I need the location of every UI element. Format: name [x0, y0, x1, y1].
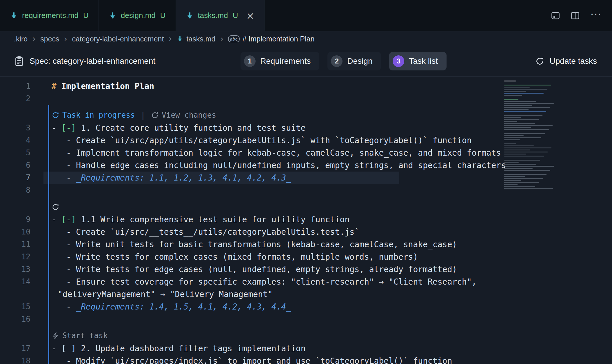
- spec-title: Spec: category-label-enhancement: [30, 57, 155, 66]
- minimap-line: [504, 148, 551, 148]
- minimap-line: [504, 101, 536, 102]
- symbol-string-icon: abc: [228, 35, 239, 42]
- code-line[interactable]: 10 - Create `ui/src/__tests__/utils/cate…: [0, 226, 612, 238]
- code-text: [43, 184, 52, 196]
- breadcrumb-item-symbol[interactable]: abc # Implementation Plan: [228, 35, 314, 43]
- minimap-line: [504, 95, 522, 96]
- code-line[interactable]: 12 - Write tests for complex cases (mixe…: [0, 251, 612, 263]
- line-number: 3: [0, 122, 43, 134]
- codelens-action[interactable]: [52, 203, 59, 211]
- minimap-line: [504, 127, 531, 128]
- code-text: [43, 313, 52, 325]
- tab-design-md[interactable]: design.md U: [99, 0, 176, 31]
- minimap-line: [504, 117, 521, 118]
- code-line[interactable]: 13 - Write tests for edge cases (null, u…: [0, 263, 612, 276]
- minimap-line: [504, 188, 553, 189]
- codelens-action[interactable]: View changes: [151, 111, 216, 119]
- minimap-line: [504, 145, 534, 146]
- codelens-row[interactable]: [0, 196, 612, 213]
- code-text: - Create `ui/src/app/utils/categoryLabel…: [43, 134, 472, 147]
- code-line[interactable]: 11 - Write unit tests for basic transfor…: [0, 238, 612, 251]
- minimap-line: [504, 162, 519, 163]
- sync-icon: [52, 203, 59, 211]
- refresh-icon: [535, 57, 544, 66]
- git-status-badge: U: [83, 11, 89, 20]
- line-number: 13: [0, 263, 43, 276]
- step-number-badge: 3: [393, 55, 404, 67]
- minimap-line: [504, 87, 530, 88]
- code-line[interactable]: 17- [ ] 2. Update dashboard filter tags …: [0, 342, 612, 355]
- codelens-label: Start task: [62, 331, 108, 340]
- editor[interactable]: 1# Implementation Plan2Task in progress|…: [0, 77, 612, 364]
- update-tasks-label: Update tasks: [550, 57, 597, 66]
- line-number: 6: [0, 159, 43, 172]
- code-text: "deliveryManagement" → "Delivery Managem…: [43, 288, 273, 301]
- codelens-action[interactable]: Start task: [52, 331, 108, 340]
- code-text: - [-] 1.1 Write comprehensive test suite…: [43, 213, 349, 226]
- minimap-line: [504, 135, 524, 136]
- markdown-file-icon: [10, 12, 18, 20]
- code-text: - Write unit tests for basic transformat…: [43, 238, 457, 251]
- minimap-line: [504, 186, 535, 187]
- code-line[interactable]: 16: [0, 313, 612, 325]
- breadcrumb-item-category-label-enhancement[interactable]: category-label-enhancement: [72, 35, 164, 43]
- minimap[interactable]: [504, 81, 560, 190]
- codelens-label: Task in progress: [62, 111, 135, 119]
- split-editor-icon[interactable]: [571, 11, 580, 20]
- minimap-line: [504, 91, 526, 92]
- minimap-line: [504, 103, 554, 104]
- code-line[interactable]: "deliveryManagement" → "Delivery Managem…: [0, 288, 612, 301]
- code-text: - Write tests for complex cases (mixed f…: [43, 251, 418, 263]
- code-line[interactable]: 15 - _Requirements: 1.4, 1.5, 4.1, 4.2, …: [0, 301, 612, 313]
- breadcrumb-item-specs[interactable]: specs: [40, 35, 59, 43]
- minimap-line: [504, 93, 544, 94]
- code-text: - Handle edge cases including null/undef…: [43, 159, 506, 172]
- code-line[interactable]: 9- [-] 1.1 Write comprehensive test suit…: [0, 213, 612, 226]
- breadcrumb-item-tasks-md[interactable]: tasks.md: [176, 35, 215, 43]
- minimap-line: [504, 154, 526, 154]
- spec-steps: 1 Requirements 2 Design 3 Task list: [241, 52, 447, 70]
- codelens-content: Start task: [43, 331, 108, 342]
- minimap-line: [504, 152, 548, 152]
- spec-title-group: Spec: category-label-enhancement: [14, 56, 155, 66]
- step-number-badge: 2: [331, 55, 343, 67]
- spec-bar: Spec: category-label-enhancement 1 Requi…: [0, 46, 612, 77]
- minimap-line: [504, 143, 516, 144]
- codelens-row[interactable]: Start task: [0, 325, 612, 342]
- breadcrumb: .kiro › specs › category-label-enhanceme…: [0, 31, 612, 46]
- step-task-list-button[interactable]: 3 Task list: [389, 52, 447, 70]
- breadcrumb-item-kiro[interactable]: .kiro: [14, 35, 28, 43]
- markdown-file-icon: [176, 35, 183, 42]
- update-tasks-button[interactable]: Update tasks: [535, 57, 597, 66]
- minimap-line: [504, 166, 554, 167]
- sync-icon: [151, 111, 159, 119]
- code-text: - Implement transformation logic for keb…: [43, 147, 501, 159]
- close-tab-icon[interactable]: ×: [246, 11, 254, 21]
- line-number: [0, 288, 43, 301]
- line-number: 16: [0, 313, 43, 325]
- bolt-icon: [52, 332, 59, 340]
- git-status-badge: U: [160, 11, 166, 20]
- line-number: 10: [0, 226, 43, 238]
- more-actions-icon[interactable]: ⋯: [590, 8, 602, 23]
- code-text: - Ensure test coverage for specific exam…: [43, 276, 477, 288]
- code-text: - Create `ui/src/__tests__/utils/categor…: [43, 226, 359, 238]
- step-design-button[interactable]: 2 Design: [327, 52, 381, 70]
- codelens-content: [43, 203, 59, 213]
- minimap-line: [504, 174, 547, 175]
- minimap-line: [504, 133, 545, 134]
- minimap-line: [504, 109, 529, 110]
- line-number: 8: [0, 184, 43, 196]
- code-line[interactable]: 14 - Ensure test coverage for specific e…: [0, 276, 612, 288]
- open-preview-icon[interactable]: [551, 11, 560, 20]
- code-line[interactable]: 18 - Modify `ui/src/pages/index.js` to i…: [0, 355, 612, 364]
- sync-icon: [52, 111, 59, 119]
- minimap-line: [504, 137, 541, 138]
- codelens-action[interactable]: Task in progress: [52, 111, 135, 119]
- line-number: 9: [0, 213, 43, 226]
- tab-tasks-md[interactable]: tasks.md U ×: [176, 0, 265, 31]
- markdown-file-icon: [109, 12, 117, 20]
- step-requirements-button[interactable]: 1 Requirements: [241, 52, 319, 70]
- line-number: 12: [0, 251, 43, 263]
- tab-requirements-md[interactable]: requirements.md U: [0, 0, 99, 31]
